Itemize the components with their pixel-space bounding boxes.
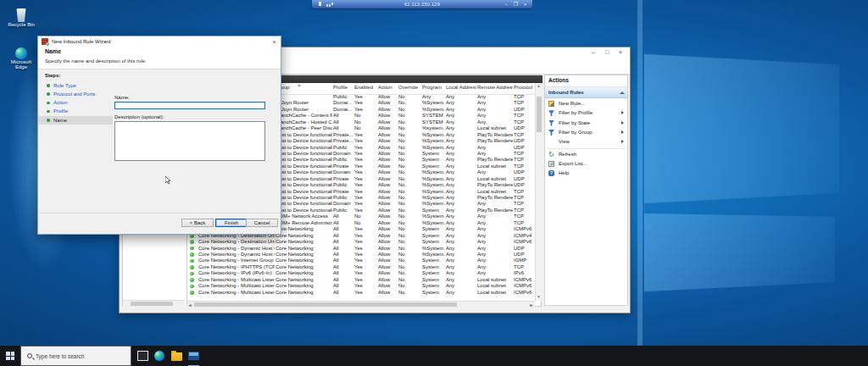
column-header-action[interactable]: Action	[378, 85, 398, 90]
cell-enabled: No	[354, 220, 377, 226]
cell-local: Any	[446, 283, 476, 289]
table-row[interactable]: Core Networking - Multicast Listener Rep…	[187, 290, 535, 296]
close-icon[interactable]: ×	[615, 48, 626, 57]
cell-remote: Any	[477, 264, 513, 270]
dialog-titlebar[interactable]: New Inbound Rule Wizard ×	[38, 36, 281, 47]
wizard-step-profile[interactable]: Profile	[38, 108, 113, 116]
scrollbar-thumb[interactable]	[537, 97, 542, 132]
column-header-group[interactable]: Group	[275, 85, 332, 90]
cell-program: %System...	[422, 169, 445, 175]
column-header-protocol[interactable]: Protocol	[514, 85, 534, 90]
cell-override: No	[398, 252, 421, 258]
table-row[interactable]: Core Networking - Destination Unreacha..…	[187, 239, 535, 245]
cell-name: Core Networking - IPHTTPS (TCP-In)	[198, 264, 275, 270]
file-explorer-icon[interactable]	[171, 352, 182, 361]
action-item-filter-by-profile[interactable]: Filter by Profile	[545, 108, 627, 118]
close-icon[interactable]: ×	[521, 1, 529, 8]
wizard-step-name[interactable]: Name	[38, 116, 113, 125]
finish-button[interactable]: Finish	[215, 219, 248, 227]
wizard-step-rule-type[interactable]: Rule Type	[38, 81, 113, 90]
cell-program: %System...	[422, 138, 445, 144]
cell-group: Core Networking	[275, 264, 332, 270]
cell-local: Any	[446, 220, 476, 226]
table-row[interactable]: Core Networking - Multicast Listener Do.…	[187, 277, 535, 283]
cell-protocol: TCP	[514, 201, 534, 207]
firewall-icon	[42, 38, 48, 45]
cell-protocol: UDP	[514, 176, 534, 182]
scrollbar-thumb[interactable]	[131, 302, 173, 306]
cell-enabled: Yes	[354, 239, 377, 245]
start-button[interactable]	[0, 346, 20, 366]
list-vertical-scrollbar[interactable]: ▲ ▼	[535, 83, 542, 301]
cell-remote: Any	[477, 119, 513, 125]
table-row[interactable]: Core Networking - Dynamic Host Config...…	[187, 252, 535, 258]
cell-group: Core Networking	[275, 283, 332, 289]
column-header-override[interactable]: Override	[398, 85, 421, 90]
taskbar-search[interactable]: Type here to search	[20, 346, 131, 366]
back-button[interactable]: < Back	[181, 219, 214, 227]
cell-local: Any	[446, 239, 476, 245]
cell-group: BranchCache - Hosted Cach...	[275, 119, 332, 125]
cell-name: Core Networking - Dynamic Host Config...	[198, 252, 275, 258]
action-item-filter-by-group[interactable]: Filter by Group	[545, 128, 627, 137]
cell-local: Any	[446, 169, 476, 175]
column-header-local[interactable]: Local Address	[446, 85, 476, 90]
action-item-export-list[interactable]: Export List...	[545, 159, 627, 169]
cell-program: %system...	[422, 125, 445, 131]
cell-program: %System...	[422, 145, 445, 151]
cell-group: BranchCache - Content Retr...	[275, 113, 332, 119]
search-placeholder: Type here to search	[36, 353, 84, 359]
cell-local: Any	[446, 214, 476, 219]
wizard-step-action[interactable]: Action	[38, 99, 113, 108]
step-bullet-icon	[47, 110, 50, 114]
action-item-view[interactable]: View	[545, 137, 627, 147]
desktop-icon-microsoft-edge[interactable]: Microsoft Edge	[2, 47, 41, 69]
minimize-icon[interactable]: –	[588, 48, 598, 57]
edge-taskbar-icon[interactable]	[154, 351, 164, 361]
actions-section-inbound-rules[interactable]: Inbound Rules	[545, 87, 627, 98]
table-row[interactable]: Core Networking - IPv6 (IPv6-In)Core Net…	[187, 270, 535, 276]
collapse-icon[interactable]	[620, 92, 625, 94]
table-row[interactable]: Core Networking - IPHTTPS (TCP-In)Core N…	[187, 264, 535, 270]
desktop-icon-recycle-bin[interactable]: Recycle Bin	[2, 8, 41, 27]
cell-profile: Private...	[333, 132, 353, 138]
tree-horizontal-scrollbar[interactable]	[123, 300, 185, 307]
cell-profile: All	[333, 214, 353, 219]
column-header-program[interactable]: Program	[422, 85, 445, 90]
column-header-remote[interactable]: Remote Address	[477, 85, 513, 90]
rdp-connection-bar[interactable]: 62.113.250.129 – ❐ ×	[312, 0, 532, 8]
scroll-down-icon[interactable]: ▼	[536, 294, 542, 300]
minimize-icon[interactable]: –	[503, 1, 510, 8]
maximize-icon[interactable]: □	[602, 48, 612, 57]
table-row[interactable]: Core Networking - Multicast Listener Qu.…	[187, 283, 535, 289]
task-view-icon[interactable]	[137, 351, 148, 361]
cell-protocol: TCP	[514, 94, 534, 100]
wizard-step-protocol-and-ports[interactable]: Protocol and Ports	[38, 90, 113, 98]
column-header-enabled[interactable]: Enabled	[354, 85, 377, 90]
cell-local: Any	[446, 94, 476, 100]
restore-icon[interactable]: ❐	[512, 1, 520, 8]
table-row[interactable]: Core Networking - Internet Group Mana...…	[187, 258, 535, 263]
action-item-help[interactable]: ?Help	[545, 169, 627, 178]
name-input[interactable]	[114, 102, 265, 109]
scroll-up-icon[interactable]: ▲	[536, 83, 542, 89]
cancel-button[interactable]: Cancel	[246, 219, 278, 227]
cell-protocol: UDP	[514, 125, 534, 131]
desktop-screen: 62.113.250.129 – ❐ × Recycle Bin Microso…	[0, 0, 868, 366]
cell-program: System	[422, 239, 445, 245]
table-row[interactable]: Core Networking - Dynamic Host Config...…	[187, 246, 535, 252]
cell-protocol: ICMPv6	[514, 239, 534, 245]
filter-icon	[548, 120, 554, 126]
column-header-profile[interactable]: Profile	[333, 85, 353, 90]
cell-enabled: Yes	[354, 277, 377, 283]
cell-group: Core Networking	[275, 290, 332, 296]
cell-action: Allow	[378, 214, 398, 219]
wallpaper-logo-pane-bottom	[644, 214, 835, 291]
description-textarea[interactable]	[114, 121, 265, 161]
action-item-refresh[interactable]: ↻Refresh	[545, 150, 627, 159]
action-item-new-rule[interactable]: New Rule...	[545, 99, 627, 108]
cell-profile: All	[333, 119, 353, 125]
close-icon[interactable]: ×	[270, 38, 278, 46]
action-item-filter-by-state[interactable]: Filter by State	[545, 119, 627, 128]
rdp-app-icon[interactable]	[188, 352, 199, 360]
